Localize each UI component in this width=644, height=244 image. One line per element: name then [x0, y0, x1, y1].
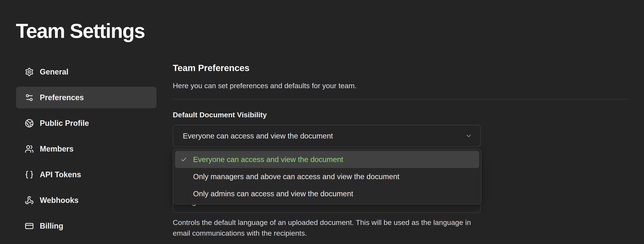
sidebar: General Preferences Public Profile Membe…: [16, 61, 156, 241]
sidebar-item-webhooks[interactable]: Webhooks: [16, 189, 156, 211]
visibility-dropdown: Everyone can access and view the documen…: [173, 149, 482, 204]
check-icon-placeholder: [180, 173, 187, 180]
sidebar-item-members[interactable]: Members: [16, 138, 156, 160]
visibility-select[interactable]: Everyone can access and view the documen…: [173, 125, 481, 147]
sidebar-item-label: Preferences: [40, 93, 84, 102]
dropdown-option-label: Only managers and above can access and v…: [193, 172, 400, 181]
divider: [173, 99, 628, 100]
credit-card-icon: [25, 221, 34, 230]
dropdown-option-label: Everyone can access and view the documen…: [193, 155, 343, 164]
dropdown-option-managers[interactable]: Only managers and above can access and v…: [175, 168, 479, 185]
globe-icon: [25, 119, 34, 128]
sidebar-item-label: Public Profile: [40, 119, 89, 128]
sidebar-item-label: API Tokens: [40, 170, 81, 179]
sidebar-item-billing[interactable]: Billing: [16, 215, 156, 237]
visibility-select-value: Everyone can access and view the documen…: [183, 132, 333, 140]
section-description: Here you can set preferences and default…: [173, 82, 357, 90]
sidebar-item-label: Webhooks: [40, 196, 78, 205]
sidebar-item-public-profile[interactable]: Public Profile: [16, 112, 156, 134]
check-icon-placeholder: [180, 190, 187, 197]
check-icon: [180, 156, 187, 163]
sidebar-item-general[interactable]: General: [16, 61, 156, 83]
sidebar-item-api-tokens[interactable]: API Tokens: [16, 164, 156, 185]
section-heading: Team Preferences: [173, 63, 250, 73]
page-title: Team Settings: [16, 21, 145, 42]
users-icon: [25, 144, 34, 153]
visibility-label: Default Document Visibility: [173, 111, 267, 119]
dropdown-option-everyone[interactable]: Everyone can access and view the documen…: [175, 151, 479, 168]
sidebar-item-label: General: [40, 67, 68, 76]
dropdown-option-admins[interactable]: Only admins can access and view the docu…: [175, 185, 479, 202]
language-help-text: Controls the default language of an uplo…: [173, 217, 472, 238]
chevron-down-icon: [465, 132, 472, 139]
sidebar-item-preferences[interactable]: Preferences: [16, 87, 156, 108]
sidebar-item-label: Billing: [40, 221, 63, 230]
gear-icon: [25, 67, 34, 76]
webhook-icon: [25, 196, 34, 205]
sliders-icon: [25, 93, 34, 102]
sidebar-item-label: Members: [40, 144, 74, 153]
braces-icon: [25, 170, 34, 179]
dropdown-option-label: Only admins can access and view the docu…: [193, 189, 353, 198]
